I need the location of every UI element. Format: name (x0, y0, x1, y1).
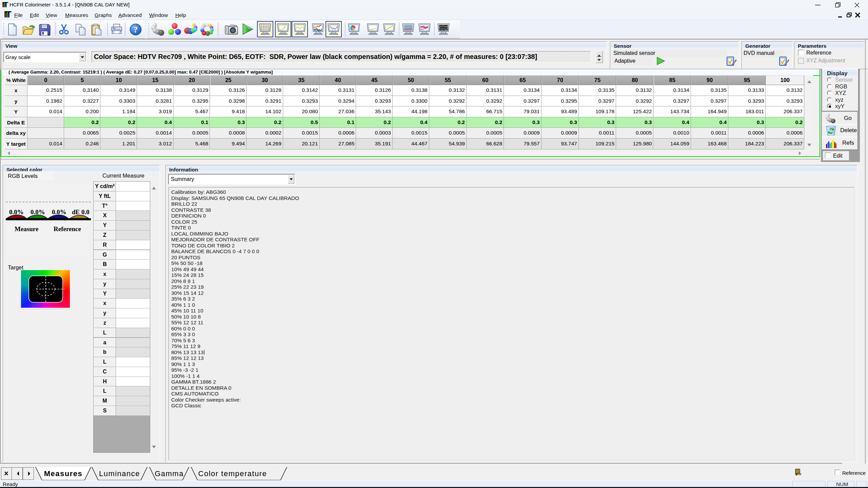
svg-text:?: ? (134, 25, 138, 34)
